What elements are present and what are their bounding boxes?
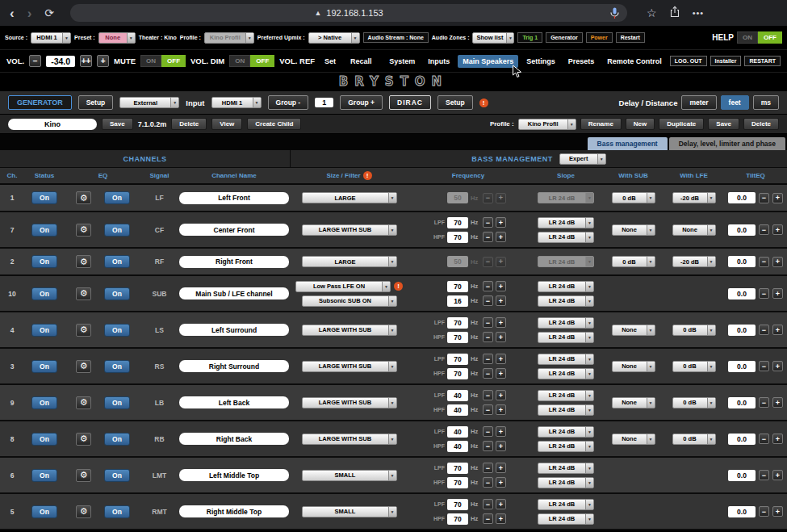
size-filter-select[interactable]: SMALL▼ (302, 470, 397, 481)
not-secure-icon[interactable]: ▲ (314, 9, 321, 17)
preset-select[interactable]: None ▼ (98, 32, 136, 44)
frequency-value[interactable]: 70 (447, 281, 468, 292)
frequency-value[interactable]: 70 (447, 232, 468, 243)
frequency-decrement-button[interactable]: − (483, 426, 493, 437)
eq-settings-button[interactable]: ⚙ (76, 360, 91, 373)
eq-settings-button[interactable]: ⚙ (76, 287, 91, 300)
profile-view-button[interactable]: View (211, 118, 242, 130)
frequency-value[interactable]: 40 (447, 426, 468, 438)
with-sub-select[interactable]: None▼ (612, 361, 655, 372)
status-on-button[interactable]: On (31, 505, 57, 518)
vol-ref-set-button[interactable]: Set (320, 55, 341, 68)
with-sub-select[interactable]: None▼ (612, 397, 655, 408)
tilteq-value[interactable]: 0.0 (728, 397, 756, 408)
profile-select[interactable]: Kino Profil ▼ (204, 32, 254, 44)
nav-remote-control[interactable]: Remote Control (602, 55, 667, 68)
channel-name-input[interactable]: Main Sub / LFE channel (179, 287, 289, 300)
frequency-value[interactable]: 16 (447, 295, 468, 307)
eq-settings-button[interactable]: ⚙ (76, 191, 91, 204)
microphone-icon[interactable] (610, 7, 619, 21)
tab-delay-level-limiter-phase[interactable]: Delay, level, limiter and phase (669, 137, 785, 150)
slope-select[interactable]: LR 24 dB▼ (538, 499, 594, 510)
upmix-select[interactable]: > Native ▼ (308, 32, 360, 44)
group-minus-button[interactable]: Group - (268, 95, 309, 110)
frequency-value[interactable]: 70 (447, 317, 468, 329)
frequency-decrement-button[interactable]: − (483, 513, 493, 524)
slope-select[interactable]: LR 24 dB▼ (538, 441, 594, 452)
channel-name-input[interactable]: Right Middle Top (179, 505, 289, 517)
tilteq-decrement-button[interactable]: − (759, 361, 769, 371)
nav-presets[interactable]: Presets (563, 55, 600, 68)
frequency-value[interactable]: 70 (447, 463, 468, 474)
frequency-decrement-button[interactable]: − (483, 217, 493, 228)
with-sub-select[interactable]: 0 dB▼ (612, 192, 655, 203)
eq-on-button[interactable]: On (104, 469, 130, 482)
mute-on-toggle[interactable]: ON (140, 55, 161, 67)
eq-on-button[interactable]: On (104, 505, 130, 518)
rename-button[interactable]: Rename (580, 118, 622, 130)
restart-button[interactable]: Restart (616, 32, 645, 43)
with-lfe-select[interactable]: 0 dB▼ (672, 434, 716, 445)
frequency-value[interactable]: 70 (447, 217, 468, 228)
profile-select-2[interactable]: Kino Profil ▼ (518, 119, 576, 130)
tilteq-value[interactable]: 0.0 (728, 256, 756, 267)
with-lfe-select[interactable]: None▼ (672, 224, 716, 236)
status-on-button[interactable]: On (31, 255, 57, 268)
slope-select[interactable]: LR 24 dB▼ (538, 390, 594, 401)
frequency-value[interactable]: 70 (447, 513, 468, 525)
tilteq-value[interactable]: 0.0 (728, 361, 756, 372)
tilteq-increment-button[interactable]: + (772, 434, 783, 444)
save-button[interactable]: Save (708, 118, 739, 130)
forward-icon[interactable]: › (27, 6, 32, 20)
profile-save-button[interactable]: Save (102, 118, 133, 130)
channel-name-input[interactable]: Left Middle Top (179, 469, 289, 481)
status-on-button[interactable]: On (31, 324, 57, 337)
trig1-button[interactable]: Trig 1 (517, 32, 542, 43)
frequency-decrement-button[interactable]: − (483, 441, 493, 451)
help-button[interactable]: HELP (712, 33, 734, 42)
channel-name-input[interactable]: Right Surround (179, 360, 289, 372)
generator-toggle-button[interactable]: GENERATOR (8, 95, 72, 110)
slope-select[interactable]: LR 24 dB▼ (538, 426, 594, 438)
eq-on-button[interactable]: On (104, 255, 130, 268)
duplicate-button[interactable]: Duplicate (659, 118, 704, 130)
channel-name-input[interactable]: Center Front (179, 224, 289, 236)
delete-button[interactable]: Delete (743, 118, 779, 130)
profile-delete-button[interactable]: Delete (171, 118, 207, 130)
tilteq-decrement-button[interactable]: − (759, 470, 769, 480)
volume-value[interactable]: -34.0 (46, 56, 75, 67)
meter-button[interactable]: meter (681, 95, 716, 110)
size-filter-select[interactable]: LARGE WITH SUB▼ (302, 434, 397, 445)
nav-main-speakers[interactable]: Main Speakers (458, 55, 518, 68)
slope-select[interactable]: LR 24 dB▼ (538, 513, 594, 525)
channel-name-input[interactable]: Left Surround (179, 324, 289, 336)
tilteq-decrement-button[interactable]: − (759, 288, 769, 299)
frequency-value[interactable]: 70 (447, 368, 468, 379)
slope-select[interactable]: LR 24 dB▼ (538, 463, 594, 474)
volume-up-button[interactable]: + (97, 55, 109, 67)
nav-inputs[interactable]: Inputs (423, 55, 454, 68)
new-button[interactable]: New (626, 118, 655, 130)
frequency-decrement-button[interactable]: − (483, 354, 493, 364)
group-value[interactable]: 1 (315, 98, 333, 107)
address-bar[interactable]: ▲ 192.168.1.153 (70, 4, 627, 22)
frequency-increment-button[interactable]: + (496, 217, 506, 228)
tilteq-value[interactable]: 0.0 (728, 470, 756, 481)
tilteq-increment-button[interactable]: + (772, 361, 783, 371)
slope-select[interactable]: LR 24 dB▼ (538, 232, 594, 243)
with-sub-select[interactable]: None▼ (612, 325, 655, 336)
tilteq-increment-button[interactable]: + (772, 397, 783, 408)
frequency-increment-button[interactable]: + (496, 463, 506, 473)
eq-on-button[interactable]: On (104, 396, 130, 409)
tilteq-value[interactable]: 0.0 (728, 288, 756, 300)
frequency-decrement-button[interactable]: − (483, 404, 493, 415)
reload-icon[interactable]: ⟳ (44, 7, 54, 19)
installer-button[interactable]: Installer (710, 56, 742, 66)
with-lfe-select[interactable]: 0 dB▼ (672, 325, 716, 336)
frequency-value[interactable]: 40 (447, 441, 468, 452)
power-off-toggle[interactable]: OFF (758, 31, 782, 44)
slope-select[interactable]: LR 24 dB▼ (538, 317, 594, 329)
eq-settings-button[interactable]: ⚙ (76, 255, 91, 268)
slope-select[interactable]: LR 24 dB▼ (538, 295, 594, 307)
tilteq-decrement-button[interactable]: − (759, 325, 769, 335)
